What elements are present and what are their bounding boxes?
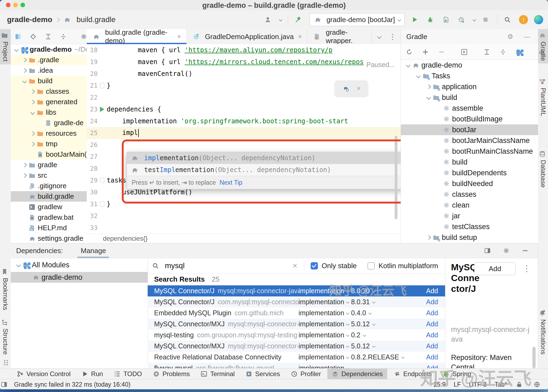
- tool-window-tab-bookmarks[interactable]: Bookmarks: [0, 265, 11, 313]
- scope-select[interactable]: implementation: [299, 287, 344, 295]
- grid-icon[interactable]: [2, 359, 9, 366]
- breadcrumb-file[interactable]: build.gradle: [77, 15, 116, 24]
- close-tab-icon[interactable]: ×: [298, 33, 302, 40]
- code-line-19[interactable]: 19 maven { url 'https://mirrors.cloud.te…: [87, 56, 401, 68]
- gradle-task-build[interactable]: ⚙build: [401, 92, 538, 103]
- dependency-row-mysql-connector-mxj[interactable]: MySQL Connector/MXJmysql:mysql-connector…: [148, 318, 445, 330]
- more-icon[interactable]: ⋮: [523, 264, 531, 273]
- run-with-coverage-icon[interactable]: [442, 16, 449, 23]
- project-tree-item-classes[interactable]: classes: [11, 86, 87, 97]
- scope-select[interactable]: implementation: [299, 342, 344, 350]
- stripe-button-run[interactable]: Run: [77, 369, 107, 379]
- layout-icon[interactable]: [484, 247, 491, 254]
- dependency-row-mysql-connector-mxj[interactable]: MySQL Connector/MXJmysql:mysql-connector…: [148, 341, 445, 352]
- profiler-icon[interactable]: [458, 16, 465, 23]
- project-tree-item--gitignore[interactable]: .gitignore: [11, 181, 87, 191]
- editor-tab-3[interactable]: gradle-wrapper.: [307, 29, 372, 44]
- project-tree-item-build[interactable]: build: [11, 76, 87, 86]
- tool-window-tab-project[interactable]: Project: [0, 29, 11, 64]
- stripe-button-dependencies[interactable]: Dependencies: [327, 369, 387, 379]
- fold-marker-icon[interactable]: [100, 83, 104, 88]
- module-item-gradle-demo[interactable]: gradle-demo: [11, 272, 148, 283]
- run-task-icon[interactable]: [461, 48, 468, 55]
- breadcrumb-project[interactable]: gradle-demo: [7, 15, 52, 24]
- code-line-18[interactable]: 18 maven { url 'https://maven.aliyun.com…: [87, 44, 401, 56]
- analyze-icon[interactable]: [538, 48, 545, 55]
- stripe-button-version-control[interactable]: Version Control: [12, 369, 75, 379]
- run-gutter-icon[interactable]: [100, 107, 104, 112]
- stripe-button-terminal[interactable]: Terminal: [196, 369, 239, 379]
- select-opened-file-icon[interactable]: [15, 33, 22, 40]
- dependency-row-embedded-mysql-plugin[interactable]: Embedded MySQL Plugincom.github.michimpl…: [148, 307, 445, 318]
- project-tree-item-generated[interactable]: generated: [11, 97, 87, 107]
- hide-icon[interactable]: [522, 247, 529, 254]
- stripe-button-spring[interactable]: Spring: [438, 369, 475, 379]
- dependency-row-mysql-connector-j[interactable]: MySQL Connector/Jcom.mysql:mysql-connect…: [148, 296, 445, 307]
- chevron-right-icon[interactable]: [21, 163, 28, 167]
- caret-position[interactable]: 25:9: [433, 381, 446, 388]
- gradle-task-bootbuildimage[interactable]: bootBuildImage: [401, 114, 538, 124]
- project-tree-item-gradlew-bat[interactable]: gradlew.bat: [11, 212, 87, 223]
- gradle-task-bootjar[interactable]: bootJar: [401, 124, 538, 135]
- chevron-right-icon[interactable]: [21, 69, 28, 72]
- add-link[interactable]: Add: [426, 342, 445, 350]
- gradle-task-gradle-demo[interactable]: gradle-demo: [401, 60, 538, 71]
- stripe-button-services[interactable]: Services: [241, 369, 284, 379]
- gradle-sync-popup[interactable]: ×: [335, 80, 368, 96]
- version-select[interactable]: 8.0.30: [351, 287, 370, 295]
- chevron-right-icon[interactable]: [29, 132, 36, 135]
- update-icon[interactable]: ↑: [519, 15, 528, 24]
- version-select[interactable]: 0.8.2.RELEASE: [351, 353, 399, 361]
- project-tree-item-gradle-demo[interactable]: gradle-demo~/Do: [11, 44, 87, 55]
- code-line-24[interactable]: 24 implementation 'org.springframework.b…: [87, 115, 401, 127]
- add-link[interactable]: Add: [426, 298, 445, 306]
- project-tree-item--gradle[interactable]: .gradle: [11, 55, 87, 65]
- collapse-all-icon[interactable]: [500, 48, 507, 55]
- lock-icon[interactable]: [516, 381, 523, 388]
- chevron-right-icon[interactable]: [29, 142, 36, 146]
- project-tree-item-gradle[interactable]: gradle: [11, 160, 87, 170]
- code-line-23[interactable]: 23dependencies {: [87, 103, 401, 115]
- gradle-task-classes[interactable]: classes: [401, 189, 538, 200]
- user-icon[interactable]: [264, 16, 271, 23]
- gradle-task-build-setup[interactable]: ⚙build setup: [401, 232, 538, 243]
- breadcrumb-item[interactable]: dependencies{}: [103, 235, 148, 242]
- add-link[interactable]: Add: [426, 320, 445, 328]
- project-tree-item-libs[interactable]: libs: [11, 107, 87, 118]
- project-tree-item-bootjarmain-[interactable]: bootJarMain(: [11, 149, 87, 160]
- scope-select[interactable]: implementation: [299, 364, 344, 369]
- chevron-right-icon[interactable]: [29, 100, 36, 104]
- add-link[interactable]: Add: [426, 364, 445, 369]
- tool-window-tab-notifications[interactable]: Notifications: [538, 307, 548, 357]
- stripe-button-problems[interactable]: Problems: [148, 369, 194, 379]
- code-area[interactable]: 18 maven { url 'https://maven.aliyun.com…: [87, 44, 401, 234]
- gradle-task-build[interactable]: build: [401, 157, 538, 167]
- more-icon[interactable]: ⋮: [389, 32, 396, 41]
- remove-icon[interactable]: [438, 48, 445, 55]
- project-tree-item-src[interactable]: src: [11, 170, 87, 181]
- run-icon[interactable]: [411, 16, 418, 23]
- dependency-row-flyway-mysql[interactable]: flyway-mysqlorg.flywaydb:flyway-mysqlimp…: [148, 363, 445, 369]
- search-input[interactable]: mysql: [165, 261, 185, 270]
- code-line-31[interactable]: 31}: [87, 198, 401, 210]
- build-hammer-icon[interactable]: [294, 16, 301, 23]
- dependency-row-mysql-connector-j[interactable]: MySQL Connector/Jmysql:mysql-connector-j…: [148, 285, 445, 296]
- stripe-button-endpoints[interactable]: Endpoints: [389, 369, 436, 379]
- tab-manage[interactable]: Manage: [79, 244, 107, 258]
- version-select[interactable]: 0.4.0: [351, 309, 366, 317]
- editor-breadcrumb[interactable]: dependencies{}: [87, 234, 401, 243]
- chevron-right-icon[interactable]: [21, 174, 28, 177]
- chevron-down-icon[interactable]: [279, 18, 282, 22]
- chevron-right-icon[interactable]: [29, 90, 36, 93]
- editor-tab-1[interactable]: build.gradle (gradle-demo)×: [87, 29, 187, 44]
- scope-select[interactable]: implementation: [299, 298, 344, 306]
- chevron-down-icon[interactable]: [425, 96, 432, 99]
- run-configuration-select[interactable]: gradle-demo [bootJar]: [310, 13, 405, 26]
- version-select[interactable]: 5.0.12: [351, 320, 370, 328]
- scope-select[interactable]: implementation: [299, 331, 344, 339]
- hide-icon[interactable]: —: [523, 33, 530, 40]
- code-line-33[interactable]: 33: [87, 222, 401, 234]
- gradle-task-bootrunmainclassname[interactable]: bootRunMainClassName: [401, 146, 538, 157]
- settings-icon[interactable]: [503, 247, 510, 254]
- gradle-task-testclasses[interactable]: testClasses: [401, 221, 538, 232]
